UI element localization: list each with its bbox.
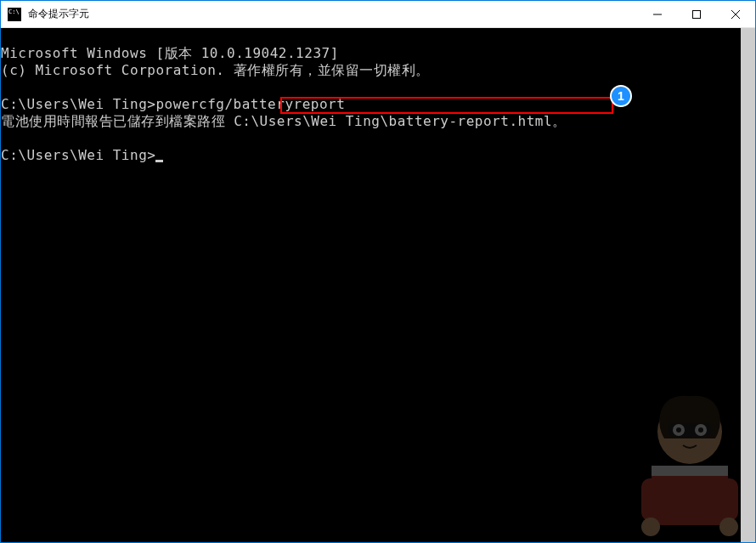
maximize-icon [692,10,701,19]
window-title: 命令提示字元 [28,7,638,21]
annotation-badge: 1 [610,85,632,107]
output-line: C:\Users\Wei Ting>powercfg/batteryreport [1,96,345,112]
svg-rect-1 [693,10,701,18]
prompt-prefix: C:\Users\Wei Ting> [1,147,155,163]
terminal-container: Microsoft Windows [版本 10.0.19042.1237] (… [1,28,755,542]
output-line: 電池使用時間報告已儲存到檔案路徑 C:\Users\Wei Ting\batte… [1,113,567,129]
titlebar[interactable]: 命令提示字元 [1,1,755,28]
minimize-icon [653,10,662,19]
terminal-output[interactable]: Microsoft Windows [版本 10.0.19042.1237] (… [1,28,741,542]
scrollbar-thumb[interactable] [741,28,755,542]
command-prompt-window: 命令提示字元 Microsoft Windows [版本 10.0.19042.… [0,0,756,543]
cursor [155,160,163,162]
minimize-button[interactable] [638,1,677,27]
vertical-scrollbar[interactable] [741,28,755,542]
close-button[interactable] [716,1,755,27]
cmd-icon [8,8,21,21]
window-controls [638,1,755,27]
prompt-line: C:\Users\Wei Ting> [1,147,163,163]
close-icon [731,10,740,19]
output-line: Microsoft Windows [版本 10.0.19042.1237] [1,45,339,61]
maximize-button[interactable] [677,1,716,27]
output-line: (c) Microsoft Corporation. 著作權所有，並保留一切權利… [1,62,430,78]
